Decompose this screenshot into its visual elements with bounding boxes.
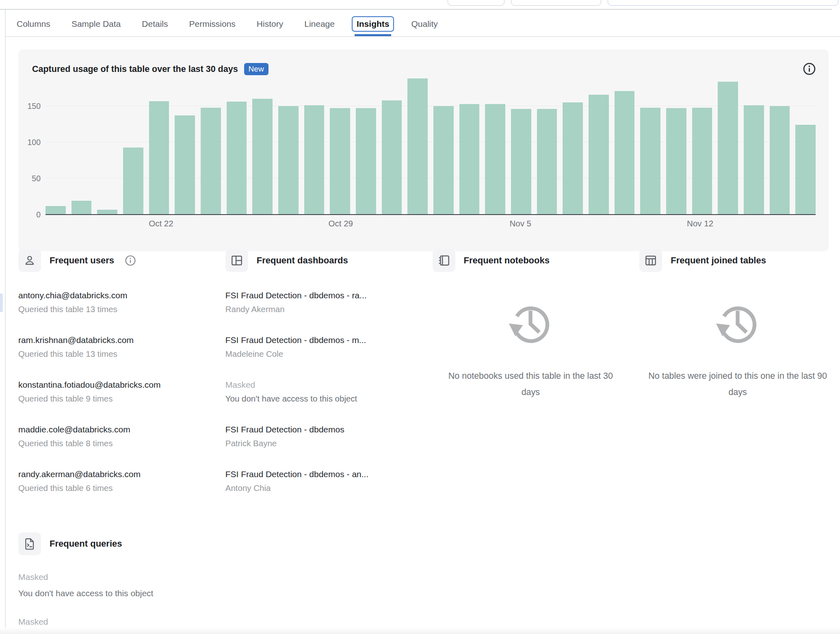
dashboard-row: FSI Fraud Detection - dbdemos - m... Mad… <box>225 334 422 360</box>
usage-y-tick-label: 0 <box>36 210 41 219</box>
dashboard-row: FSI Fraud Detection - dbdemos Patrick Ba… <box>225 423 422 449</box>
global-search-input-fragment[interactable] <box>608 0 838 6</box>
usage-panel: Captured usage of this table over the la… <box>18 50 829 251</box>
usage-bar[interactable] <box>640 108 660 215</box>
usage-bar[interactable] <box>45 206 66 215</box>
history-icon <box>714 299 762 347</box>
insights-page: Columns Sample Data Details Permissions … <box>0 0 840 634</box>
usage-bar[interactable] <box>201 108 221 215</box>
tab-columns[interactable]: Columns <box>17 19 50 29</box>
dashboard-name[interactable]: FSI Fraud Detection - dbdemos <box>225 423 422 436</box>
user-email: konstantina.fotiadou@databricks.com <box>18 379 215 391</box>
usage-bar[interactable] <box>718 82 738 215</box>
sidebar-selected-item-fragment <box>0 293 3 312</box>
user-row: randy.akerman@databricks.com Queried thi… <box>18 468 215 494</box>
toolbar-button-fragment[interactable] <box>448 0 504 6</box>
usage-bar[interactable] <box>407 78 428 215</box>
user-detail: Queried this table 13 times <box>18 304 215 315</box>
dashboard-name-masked: Masked <box>225 379 422 391</box>
usage-x-axis: Oct 22Oct 29Nov 5Nov 12 <box>45 219 816 235</box>
user-icon <box>18 249 41 272</box>
dashboard-icon <box>225 249 248 272</box>
frequent-users-header: Frequent users <box>18 249 215 272</box>
usage-bar[interactable] <box>563 102 583 215</box>
user-detail: Queried this table 6 times <box>18 482 215 494</box>
dashboard-owner: Patrick Bayne <box>225 438 422 449</box>
frequent-users-title: Frequent users <box>50 255 114 266</box>
bottom-fade <box>0 627 840 634</box>
sidebar-divider <box>5 10 6 629</box>
user-detail: Queried this table 13 times <box>18 348 215 360</box>
dashboard-row: FSI Fraud Detection - dbdemos - an... An… <box>225 468 422 494</box>
dashboard-name[interactable]: FSI Fraud Detection - dbdemos - m... <box>225 334 422 346</box>
tab-insights[interactable]: Insights <box>352 16 394 32</box>
user-detail: Queried this table 9 times <box>18 393 215 404</box>
user-email: antony.chia@databricks.com <box>18 289 215 302</box>
query-row-masked: Masked <box>18 615 229 628</box>
usage-bar[interactable] <box>123 148 143 215</box>
usage-bar[interactable] <box>589 95 609 215</box>
tabbar: Columns Sample Data Details Permissions … <box>17 11 438 37</box>
usage-bar[interactable] <box>666 108 686 215</box>
usage-bar[interactable] <box>433 106 454 215</box>
dashboard-name[interactable]: FSI Fraud Detection - dbdemos - ra... <box>225 289 422 302</box>
tab-permissions[interactable]: Permissions <box>189 19 235 29</box>
query-masked-detail: You don't have access to this object <box>18 587 229 600</box>
insight-sections: Frequent users antony.chia@databricks.co… <box>18 249 836 513</box>
frequent-users-list: antony.chia@databricks.com Queried this … <box>18 289 215 494</box>
usage-bar[interactable] <box>356 108 376 215</box>
toolbar-button-fragment-2[interactable] <box>511 0 601 6</box>
usage-y-tick-label: 100 <box>27 138 41 147</box>
query-row-masked: Masked You don't have access to this obj… <box>18 571 229 600</box>
users-info-icon[interactable] <box>124 254 136 267</box>
usage-bar[interactable] <box>330 108 350 215</box>
usage-bar[interactable] <box>511 109 531 215</box>
usage-bar[interactable] <box>692 108 712 215</box>
usage-bar[interactable] <box>304 105 325 215</box>
joined-tables-empty-state: No tables were joined to this one in the… <box>639 299 836 400</box>
user-email: ram.krishnan@databricks.com <box>18 334 215 346</box>
dashboard-owner: Randy Akerman <box>225 304 422 315</box>
tab-sample-data[interactable]: Sample Data <box>71 19 121 29</box>
usage-x-tick-label: Nov 5 <box>509 219 531 228</box>
usage-bar[interactable] <box>175 115 195 215</box>
joined-tables-empty-text: No tables were joined to this one in the… <box>640 368 835 400</box>
usage-bar[interactable] <box>149 101 169 215</box>
tab-quality[interactable]: Quality <box>411 19 437 29</box>
dashboard-owner: Madeleine Cole <box>225 348 422 360</box>
usage-bar[interactable] <box>615 91 635 215</box>
user-row: konstantina.fotiadou@databricks.com Quer… <box>18 379 215 404</box>
usage-bar[interactable] <box>795 125 816 215</box>
usage-bar[interactable] <box>227 102 247 215</box>
usage-bar[interactable] <box>459 104 480 215</box>
frequent-notebooks-section: Frequent notebooks No notebooks used thi… <box>433 249 629 513</box>
usage-bar[interactable] <box>71 201 92 215</box>
usage-bar[interactable] <box>485 104 505 215</box>
frequent-joined-tables-header: Frequent joined tables <box>639 249 836 272</box>
usage-bar[interactable] <box>770 106 790 215</box>
usage-bars <box>45 44 816 215</box>
usage-bar[interactable] <box>252 99 273 215</box>
query-name-masked: Masked <box>18 615 229 628</box>
query-name-masked: Masked <box>18 571 229 584</box>
frequent-joined-tables-section: Frequent joined tables No tables were jo… <box>639 249 836 513</box>
top-divider <box>0 9 832 10</box>
frequent-dashboards-header: Frequent dashboards <box>225 249 422 272</box>
usage-y-tick-label: 50 <box>32 174 41 183</box>
usage-bar[interactable] <box>744 105 764 215</box>
usage-x-tick-label: Nov 12 <box>687 219 713 228</box>
dashboard-name[interactable]: FSI Fraud Detection - dbdemos - an... <box>225 468 422 480</box>
usage-bar[interactable] <box>537 109 557 215</box>
tab-lineage[interactable]: Lineage <box>304 19 335 29</box>
frequent-dashboards-section: Frequent dashboards FSI Fraud Detection … <box>225 249 422 513</box>
tab-details[interactable]: Details <box>142 19 168 29</box>
notebooks-empty-text: No notebooks used this table in the last… <box>443 368 618 400</box>
usage-baseline <box>45 214 816 215</box>
notebook-icon <box>433 249 455 272</box>
tab-history[interactable]: History <box>257 19 283 29</box>
user-email: maddie.cole@databricks.com <box>18 423 215 436</box>
frequent-dashboards-list: FSI Fraud Detection - dbdemos - ra... Ra… <box>225 289 422 494</box>
user-row: antony.chia@databricks.com Queried this … <box>18 289 215 315</box>
usage-bar[interactable] <box>278 106 299 215</box>
usage-bar[interactable] <box>382 100 402 215</box>
